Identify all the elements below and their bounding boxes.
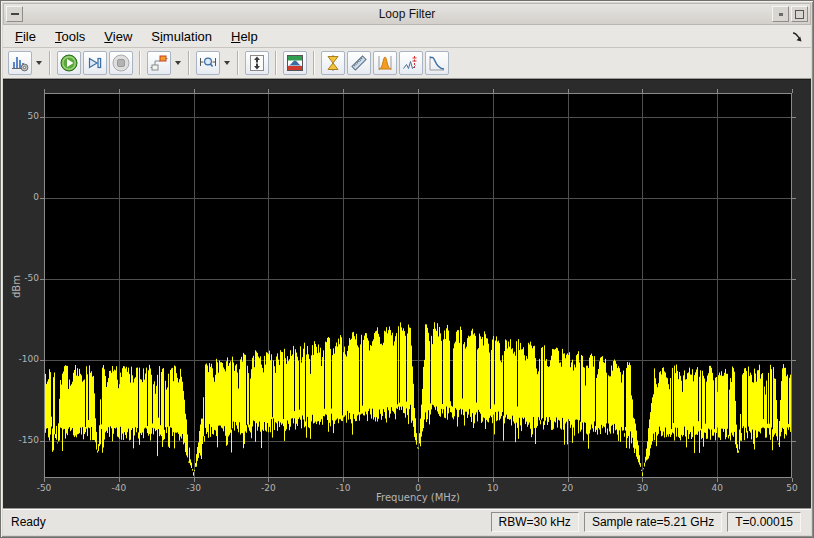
x-axis-label: Frequency (MHz) [44, 492, 792, 503]
menu-view[interactable]: View [104, 29, 132, 44]
window-menu-icon [11, 13, 19, 15]
y-tick-mark [40, 279, 44, 280]
menu-file[interactable]: File [15, 29, 36, 44]
x-tick-mark [194, 478, 195, 482]
stop-button[interactable] [109, 51, 133, 75]
spectrum-display: Frequency (MHz) dBm -50-40-30-20-1001020… [3, 79, 811, 508]
source-select-icon [149, 53, 169, 73]
menu-simulation[interactable]: Simulation [151, 29, 212, 44]
x-tick-mark [792, 478, 793, 482]
distortion-measurements-button[interactable] [399, 51, 423, 75]
x-tick-label: 30 [625, 483, 659, 493]
dock-icon [792, 32, 803, 43]
span-zoom-dropdown[interactable] [224, 61, 230, 65]
toolbar [3, 48, 811, 79]
x-tick-label: 50 [775, 483, 809, 493]
source-select-button[interactable] [147, 51, 171, 75]
spectrum-view-button[interactable] [283, 51, 307, 75]
ccdf-measurements-icon [427, 53, 447, 73]
spectrum-settings-button[interactable] [8, 51, 32, 75]
x-tick-label: -20 [251, 483, 285, 493]
spectrum-settings-icon [10, 53, 30, 73]
peak-finder-icon [375, 53, 395, 73]
x-tick-mark [119, 89, 120, 93]
x-tick-mark [343, 89, 344, 93]
x-tick-label: 40 [700, 483, 734, 493]
run-icon [59, 53, 79, 73]
toolbar-separator [139, 51, 141, 75]
distortion-measurements-icon [401, 53, 421, 73]
x-tick-mark [194, 89, 195, 93]
status-rbw: RBW=30 kHz [491, 512, 579, 532]
spectrum-view-icon [285, 53, 305, 73]
y-tick-mark [40, 117, 44, 118]
y-tick-mark [40, 360, 44, 361]
ruler-measurements-button[interactable] [347, 51, 371, 75]
x-tick-mark [717, 89, 718, 93]
autoscale-y-button[interactable] [245, 51, 269, 75]
x-tick-mark [119, 478, 120, 482]
x-tick-mark [418, 478, 419, 482]
y-tick-mark [792, 117, 796, 118]
x-tick-mark [44, 478, 45, 482]
y-tick-label: -100 [3, 354, 39, 364]
toolbar-separator [188, 51, 190, 75]
x-tick-mark [568, 89, 569, 93]
x-tick-mark [493, 478, 494, 482]
step-forward-icon [85, 53, 105, 73]
spectrum-settings-dropdown[interactable] [36, 61, 42, 65]
cursor-measurements-button[interactable] [321, 51, 345, 75]
peak-finder-button[interactable] [373, 51, 397, 75]
window-menu-button[interactable] [6, 6, 23, 22]
y-tick-label: 0 [3, 192, 39, 202]
x-tick-label: -50 [27, 483, 61, 493]
source-select-dropdown[interactable] [175, 61, 181, 65]
y-tick-label: -50 [3, 273, 39, 283]
maximize-icon [795, 10, 804, 19]
ruler-measurements-icon [349, 53, 369, 73]
menu-help[interactable]: Help [231, 29, 258, 44]
x-tick-mark [268, 89, 269, 93]
y-tick-label: -150 [3, 435, 39, 445]
x-tick-label: -10 [326, 483, 360, 493]
status-sim-time: T=0.00015 [727, 512, 801, 532]
window-title: Loop Filter [4, 7, 810, 21]
y-tick-mark [40, 441, 44, 442]
y-tick-mark [792, 198, 796, 199]
x-tick-mark [792, 89, 793, 93]
toolbar-separator [275, 51, 277, 75]
y-tick-label: 50 [3, 111, 39, 121]
status-sample-rate: Sample rate=5.21 GHz [584, 512, 722, 532]
toolbar-separator [237, 51, 239, 75]
plot-area[interactable] [44, 93, 792, 478]
stop-icon [111, 53, 131, 73]
x-tick-mark [418, 89, 419, 93]
autoscale-y-icon [247, 53, 267, 73]
minimize-button[interactable] [772, 6, 789, 22]
title-bar[interactable]: Loop Filter [3, 3, 811, 25]
cursor-measurements-icon [323, 53, 343, 73]
spectrum-analyzer-window: Loop Filter File Tools View Simulation H… [0, 0, 814, 538]
y-tick-mark [792, 279, 796, 280]
run-button[interactable] [57, 51, 81, 75]
x-tick-mark [493, 89, 494, 93]
menu-tools[interactable]: Tools [55, 29, 85, 44]
ccdf-measurements-button[interactable] [425, 51, 449, 75]
dock-button[interactable] [792, 29, 803, 47]
x-tick-mark [642, 478, 643, 482]
status-message: Ready [11, 515, 486, 529]
x-tick-mark [343, 478, 344, 482]
x-tick-mark [44, 89, 45, 93]
y-tick-mark [792, 441, 796, 442]
step-forward-button[interactable] [83, 51, 107, 75]
menu-bar: File Tools View Simulation Help [3, 25, 811, 48]
x-tick-label: -40 [102, 483, 136, 493]
x-tick-label: -30 [177, 483, 211, 493]
x-tick-label: 0 [401, 483, 435, 493]
maximize-button[interactable] [791, 6, 808, 22]
span-zoom-button[interactable] [196, 51, 220, 75]
y-tick-mark [40, 198, 44, 199]
x-tick-label: 20 [551, 483, 585, 493]
x-tick-label: 10 [476, 483, 510, 493]
x-tick-mark [268, 478, 269, 482]
